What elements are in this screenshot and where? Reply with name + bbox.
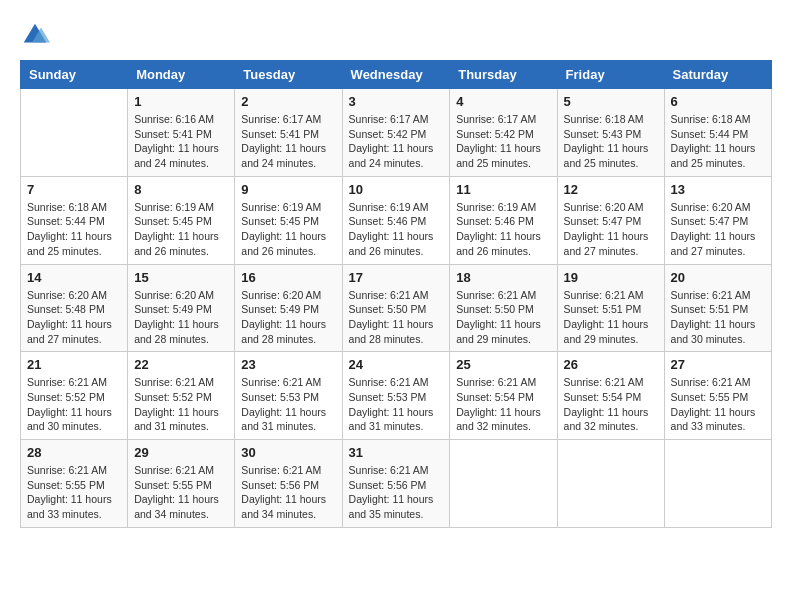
calendar-cell: 8Sunrise: 6:19 AM Sunset: 5:45 PM Daylig…	[128, 176, 235, 264]
calendar-cell: 5Sunrise: 6:18 AM Sunset: 5:43 PM Daylig…	[557, 89, 664, 177]
day-number: 1	[134, 94, 228, 109]
day-info: Sunrise: 6:19 AM Sunset: 5:46 PM Dayligh…	[456, 200, 550, 259]
calendar-cell: 24Sunrise: 6:21 AM Sunset: 5:53 PM Dayli…	[342, 352, 450, 440]
day-number: 16	[241, 270, 335, 285]
day-info: Sunrise: 6:17 AM Sunset: 5:42 PM Dayligh…	[456, 112, 550, 171]
day-number: 28	[27, 445, 121, 460]
calendar-cell: 28Sunrise: 6:21 AM Sunset: 5:55 PM Dayli…	[21, 440, 128, 528]
calendar-header: SundayMondayTuesdayWednesdayThursdayFrid…	[21, 61, 772, 89]
calendar-week-row: 21Sunrise: 6:21 AM Sunset: 5:52 PM Dayli…	[21, 352, 772, 440]
calendar-cell: 12Sunrise: 6:20 AM Sunset: 5:47 PM Dayli…	[557, 176, 664, 264]
calendar-cell: 17Sunrise: 6:21 AM Sunset: 5:50 PM Dayli…	[342, 264, 450, 352]
day-number: 30	[241, 445, 335, 460]
day-info: Sunrise: 6:21 AM Sunset: 5:51 PM Dayligh…	[671, 288, 765, 347]
calendar-body: 1Sunrise: 6:16 AM Sunset: 5:41 PM Daylig…	[21, 89, 772, 528]
calendar-cell	[664, 440, 771, 528]
calendar-week-row: 1Sunrise: 6:16 AM Sunset: 5:41 PM Daylig…	[21, 89, 772, 177]
calendar-cell: 2Sunrise: 6:17 AM Sunset: 5:41 PM Daylig…	[235, 89, 342, 177]
calendar-cell: 30Sunrise: 6:21 AM Sunset: 5:56 PM Dayli…	[235, 440, 342, 528]
calendar-cell: 4Sunrise: 6:17 AM Sunset: 5:42 PM Daylig…	[450, 89, 557, 177]
day-number: 10	[349, 182, 444, 197]
day-info: Sunrise: 6:21 AM Sunset: 5:54 PM Dayligh…	[456, 375, 550, 434]
day-number: 8	[134, 182, 228, 197]
logo-icon	[20, 20, 50, 50]
calendar-week-row: 14Sunrise: 6:20 AM Sunset: 5:48 PM Dayli…	[21, 264, 772, 352]
day-number: 7	[27, 182, 121, 197]
day-number: 23	[241, 357, 335, 372]
day-info: Sunrise: 6:21 AM Sunset: 5:56 PM Dayligh…	[349, 463, 444, 522]
calendar-cell: 21Sunrise: 6:21 AM Sunset: 5:52 PM Dayli…	[21, 352, 128, 440]
day-number: 14	[27, 270, 121, 285]
weekday-header-saturday: Saturday	[664, 61, 771, 89]
day-info: Sunrise: 6:21 AM Sunset: 5:53 PM Dayligh…	[349, 375, 444, 434]
day-info: Sunrise: 6:21 AM Sunset: 5:52 PM Dayligh…	[27, 375, 121, 434]
day-number: 25	[456, 357, 550, 372]
day-info: Sunrise: 6:20 AM Sunset: 5:48 PM Dayligh…	[27, 288, 121, 347]
calendar-cell: 18Sunrise: 6:21 AM Sunset: 5:50 PM Dayli…	[450, 264, 557, 352]
day-number: 3	[349, 94, 444, 109]
day-number: 24	[349, 357, 444, 372]
calendar-cell	[557, 440, 664, 528]
logo	[20, 20, 54, 50]
day-info: Sunrise: 6:20 AM Sunset: 5:49 PM Dayligh…	[134, 288, 228, 347]
day-number: 5	[564, 94, 658, 109]
day-info: Sunrise: 6:21 AM Sunset: 5:51 PM Dayligh…	[564, 288, 658, 347]
day-number: 2	[241, 94, 335, 109]
weekday-header-tuesday: Tuesday	[235, 61, 342, 89]
day-info: Sunrise: 6:19 AM Sunset: 5:45 PM Dayligh…	[134, 200, 228, 259]
day-info: Sunrise: 6:18 AM Sunset: 5:43 PM Dayligh…	[564, 112, 658, 171]
day-info: Sunrise: 6:21 AM Sunset: 5:50 PM Dayligh…	[349, 288, 444, 347]
weekday-header-monday: Monday	[128, 61, 235, 89]
day-number: 22	[134, 357, 228, 372]
weekday-header-friday: Friday	[557, 61, 664, 89]
day-number: 6	[671, 94, 765, 109]
day-info: Sunrise: 6:21 AM Sunset: 5:55 PM Dayligh…	[134, 463, 228, 522]
calendar-cell: 15Sunrise: 6:20 AM Sunset: 5:49 PM Dayli…	[128, 264, 235, 352]
day-info: Sunrise: 6:19 AM Sunset: 5:46 PM Dayligh…	[349, 200, 444, 259]
calendar-table: SundayMondayTuesdayWednesdayThursdayFrid…	[20, 60, 772, 528]
day-number: 18	[456, 270, 550, 285]
calendar-cell: 11Sunrise: 6:19 AM Sunset: 5:46 PM Dayli…	[450, 176, 557, 264]
calendar-cell: 22Sunrise: 6:21 AM Sunset: 5:52 PM Dayli…	[128, 352, 235, 440]
day-info: Sunrise: 6:18 AM Sunset: 5:44 PM Dayligh…	[671, 112, 765, 171]
day-info: Sunrise: 6:20 AM Sunset: 5:49 PM Dayligh…	[241, 288, 335, 347]
day-number: 17	[349, 270, 444, 285]
day-number: 29	[134, 445, 228, 460]
day-info: Sunrise: 6:21 AM Sunset: 5:56 PM Dayligh…	[241, 463, 335, 522]
day-number: 31	[349, 445, 444, 460]
day-info: Sunrise: 6:21 AM Sunset: 5:53 PM Dayligh…	[241, 375, 335, 434]
calendar-cell: 7Sunrise: 6:18 AM Sunset: 5:44 PM Daylig…	[21, 176, 128, 264]
calendar-cell: 31Sunrise: 6:21 AM Sunset: 5:56 PM Dayli…	[342, 440, 450, 528]
day-number: 11	[456, 182, 550, 197]
day-info: Sunrise: 6:21 AM Sunset: 5:55 PM Dayligh…	[671, 375, 765, 434]
calendar-cell: 14Sunrise: 6:20 AM Sunset: 5:48 PM Dayli…	[21, 264, 128, 352]
day-info: Sunrise: 6:17 AM Sunset: 5:42 PM Dayligh…	[349, 112, 444, 171]
day-number: 26	[564, 357, 658, 372]
calendar-cell: 27Sunrise: 6:21 AM Sunset: 5:55 PM Dayli…	[664, 352, 771, 440]
weekday-header-sunday: Sunday	[21, 61, 128, 89]
day-number: 9	[241, 182, 335, 197]
calendar-cell: 13Sunrise: 6:20 AM Sunset: 5:47 PM Dayli…	[664, 176, 771, 264]
weekday-header-row: SundayMondayTuesdayWednesdayThursdayFrid…	[21, 61, 772, 89]
day-info: Sunrise: 6:21 AM Sunset: 5:54 PM Dayligh…	[564, 375, 658, 434]
calendar-cell: 26Sunrise: 6:21 AM Sunset: 5:54 PM Dayli…	[557, 352, 664, 440]
day-number: 15	[134, 270, 228, 285]
calendar-cell: 23Sunrise: 6:21 AM Sunset: 5:53 PM Dayli…	[235, 352, 342, 440]
weekday-header-wednesday: Wednesday	[342, 61, 450, 89]
day-info: Sunrise: 6:17 AM Sunset: 5:41 PM Dayligh…	[241, 112, 335, 171]
page-header	[20, 20, 772, 50]
calendar-cell: 29Sunrise: 6:21 AM Sunset: 5:55 PM Dayli…	[128, 440, 235, 528]
day-number: 13	[671, 182, 765, 197]
day-number: 19	[564, 270, 658, 285]
calendar-cell: 6Sunrise: 6:18 AM Sunset: 5:44 PM Daylig…	[664, 89, 771, 177]
calendar-cell	[450, 440, 557, 528]
calendar-cell: 10Sunrise: 6:19 AM Sunset: 5:46 PM Dayli…	[342, 176, 450, 264]
calendar-cell: 19Sunrise: 6:21 AM Sunset: 5:51 PM Dayli…	[557, 264, 664, 352]
day-info: Sunrise: 6:19 AM Sunset: 5:45 PM Dayligh…	[241, 200, 335, 259]
day-number: 20	[671, 270, 765, 285]
day-number: 4	[456, 94, 550, 109]
calendar-cell: 1Sunrise: 6:16 AM Sunset: 5:41 PM Daylig…	[128, 89, 235, 177]
calendar-week-row: 7Sunrise: 6:18 AM Sunset: 5:44 PM Daylig…	[21, 176, 772, 264]
calendar-cell	[21, 89, 128, 177]
day-info: Sunrise: 6:16 AM Sunset: 5:41 PM Dayligh…	[134, 112, 228, 171]
